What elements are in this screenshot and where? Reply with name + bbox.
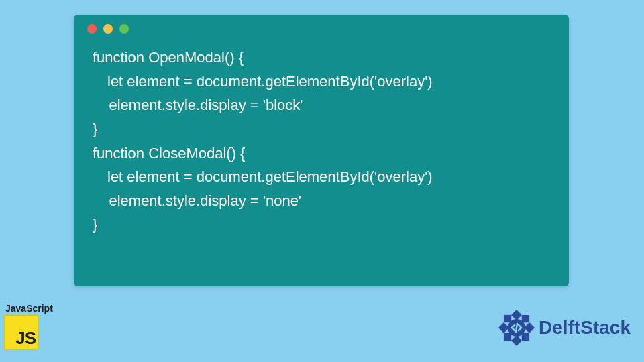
close-icon: [87, 24, 97, 34]
code-line: let element = document.getElementById('o…: [93, 73, 433, 90]
javascript-logo-text: JS: [15, 328, 36, 349]
svg-marker-2: [524, 322, 535, 333]
svg-marker-0: [511, 310, 522, 320]
code-line: function OpenModal() {: [93, 49, 244, 66]
svg-marker-6: [498, 322, 509, 333]
javascript-logo-icon: JS: [4, 315, 39, 350]
window-traffic-lights: [86, 24, 557, 34]
code-block: function OpenModal() { let element = doc…: [86, 46, 557, 237]
code-line: }: [93, 216, 97, 233]
delftstack-text: DelftStack: [539, 317, 631, 339]
delftstack-badge: DelftStack: [497, 308, 631, 347]
maximize-icon: [119, 24, 129, 34]
code-line: element.style.display = 'none': [93, 192, 301, 209]
svg-marker-4: [511, 335, 522, 346]
delftstack-logo-icon: [497, 308, 536, 347]
minimize-icon: [103, 24, 113, 34]
javascript-badge: JavaScript JS: [4, 303, 53, 350]
code-line: element.style.display = 'block': [93, 97, 303, 113]
code-line: function CloseModal() {: [93, 145, 245, 162]
javascript-label: JavaScript: [5, 303, 53, 314]
code-line: }: [93, 121, 97, 137]
code-line: let element = document.getElementById('o…: [93, 168, 433, 185]
code-window: function OpenModal() { let element = doc…: [74, 15, 569, 286]
